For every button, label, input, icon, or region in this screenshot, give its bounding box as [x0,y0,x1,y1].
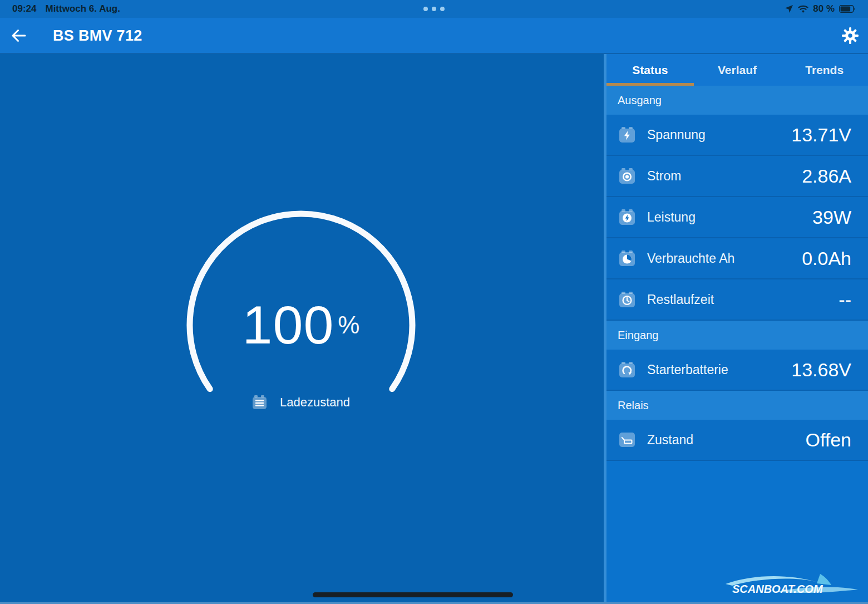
row-value: 39W [812,207,851,228]
tab-status[interactable]: Status [606,54,694,86]
row-value: 13.71V [791,124,851,146]
ios-status-bar: 09:24 Mittwoch 6. Aug. 80 % [0,0,868,18]
page-title: BS BMV 712 [53,27,142,44]
soc-unit: % [338,311,359,339]
status-side-panel: Status Verlauf Trends Ausgang Spannung 1… [604,54,868,604]
row-label: Strom [647,169,681,184]
status-time: 09:24 [12,3,36,14]
row-strom: Strom 2.86A [606,156,868,197]
watermark-text: SCANBOAT.COM [732,583,823,595]
row-label: Verbrauchte Ah [647,251,734,266]
consumed-ah-icon [619,250,635,267]
home-indicator[interactable] [313,592,513,597]
row-label: Spannung [647,127,706,143]
soc-gauge-label: Ladezustand [280,395,350,410]
starter-battery-icon [619,361,635,378]
row-leistung: Leistung 39W [606,197,868,238]
back-button[interactable] [10,27,28,44]
state-of-charge-panel: 100 % Ladezustand [0,54,604,604]
row-label: Leistung [647,210,696,225]
row-restlaufzeit: Restlaufzeit -- [606,279,868,321]
battery-soc-icon [252,395,267,410]
scanboat-watermark: SCANBOAT.COM [722,567,861,602]
battery-current-icon [619,168,635,184]
soc-value: 100 [243,294,334,356]
row-value: 2.86A [802,165,851,187]
section-header-ausgang: Ausgang [606,86,868,115]
row-value: 0.0Ah [802,248,851,269]
row-value: Offen [805,429,851,451]
row-label: Starterbatterie [647,362,728,377]
tab-verlauf[interactable]: Verlauf [694,54,781,86]
time-remaining-icon [619,291,635,308]
location-arrow-icon [785,4,793,13]
row-starterbatterie: Starterbatterie 13.68V [606,350,868,391]
row-label: Zustand [647,433,693,448]
tab-bar: Status Verlauf Trends [606,54,868,86]
row-spannung: Spannung 13.71V [606,115,868,156]
settings-gear-icon[interactable] [842,27,859,44]
row-verbrauchte-ah: Verbrauchte Ah 0.0Ah [606,238,868,279]
row-value: -- [839,289,851,311]
soc-gauge: 100 % [179,203,423,448]
row-label: Restlaufzeit [647,292,714,307]
multitasking-dots-icon[interactable] [423,7,445,11]
app-nav-bar: BS BMV 712 [0,18,868,54]
section-header-eingang: Eingang [606,321,868,350]
tab-trends[interactable]: Trends [781,54,868,86]
victron-connect-app: 09:24 Mittwoch 6. Aug. 80 % [0,0,868,604]
power-icon [619,209,635,225]
bottom-edge-strip [0,602,868,604]
wifi-icon [798,5,808,13]
battery-voltage-icon [619,126,635,143]
status-date: Mittwoch 6. Aug. [45,3,120,14]
row-zustand: Zustand Offen [606,420,868,461]
battery-status-icon [839,5,856,13]
active-tab-indicator [606,83,694,86]
row-value: 13.68V [791,359,851,381]
section-header-relais: Relais [606,391,868,420]
battery-percent-text: 80 % [813,3,835,14]
relay-open-icon [619,431,635,448]
